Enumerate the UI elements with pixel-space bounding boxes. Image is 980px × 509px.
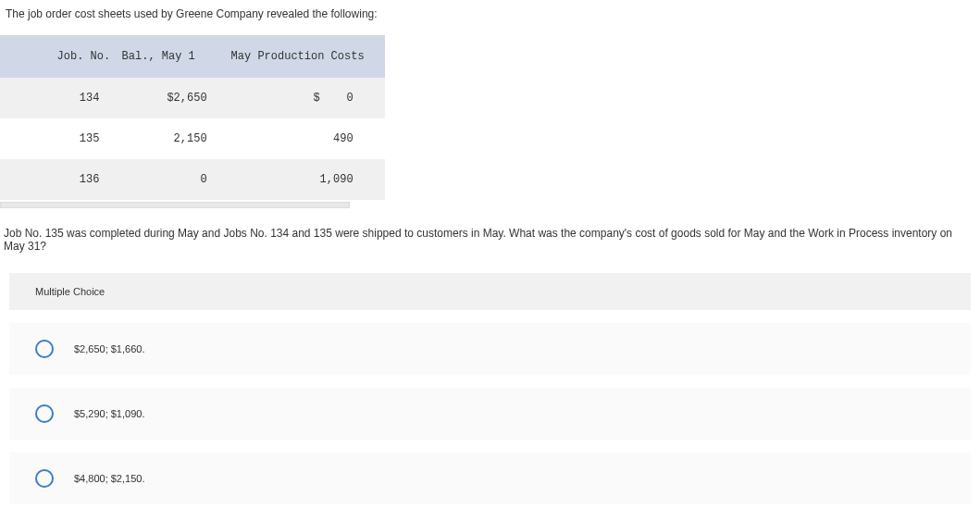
option-label: $4,800; $2,150. — [74, 473, 144, 484]
mc-header-label: Multiple Choice — [35, 286, 105, 297]
table-header-row: Job. No.Bal., May 1May Production Costs — [0, 35, 385, 78]
multiple-choice-container: Multiple Choice $2,650; $1,660. $5,290; … — [9, 273, 971, 509]
cell-prod: 1,090 — [215, 173, 381, 186]
header-production: May Production Costs — [215, 50, 381, 63]
option-label: $5,290; $1,090. — [74, 408, 144, 419]
cell-jobno: 136 — [57, 173, 122, 186]
job-cost-table: Job. No.Bal., May 1May Production Costs … — [0, 35, 385, 200]
cell-jobno: 134 — [57, 92, 122, 105]
table-row: 13601,090 — [0, 159, 385, 200]
table-cell: 134$2,650$ 0 — [0, 78, 385, 118]
question-body: Job No. 135 was completed during May and… — [4, 227, 952, 253]
multiple-choice-header: Multiple Choice — [9, 273, 971, 310]
radio-icon[interactable] — [35, 404, 54, 423]
cell-prod: 490 — [215, 132, 381, 145]
mc-option-2[interactable]: $5,290; $1,090. — [9, 388, 971, 440]
table-row: 134$2,650$ 0 — [0, 78, 385, 118]
cell-bal: $2,650 — [122, 92, 215, 105]
question-intro: The job order cost sheets used by Greene… — [0, 0, 980, 28]
radio-icon[interactable] — [35, 469, 54, 488]
table-cell: 13601,090 — [0, 159, 385, 200]
table-row: 1352,150490 — [0, 118, 385, 159]
header-jobno: Job. No. — [57, 50, 122, 63]
cell-bal: 2,150 — [122, 132, 215, 145]
cell-bal: 0 — [122, 173, 215, 186]
cell-jobno: 135 — [57, 132, 122, 145]
table-cell: 1352,150490 — [0, 118, 385, 159]
intro-text: The job order cost sheets used by Greene… — [6, 7, 378, 20]
question-text: Job No. 135 was completed during May and… — [0, 208, 980, 264]
mc-option-3[interactable]: $4,800; $2,150. — [9, 453, 971, 504]
radio-icon[interactable] — [35, 340, 54, 358]
cell-prod: $ 0 — [215, 92, 381, 105]
data-table-wrapper: Job. No.Bal., May 1May Production Costs … — [0, 35, 980, 208]
table-header-cell: Job. No.Bal., May 1May Production Costs — [0, 35, 385, 78]
header-balance: Bal., May 1 — [122, 50, 215, 63]
table-scrollbar[interactable] — [0, 202, 350, 208]
mc-option-1[interactable]: $2,650; $1,660. — [9, 323, 971, 375]
option-label: $2,650; $1,660. — [74, 343, 144, 354]
